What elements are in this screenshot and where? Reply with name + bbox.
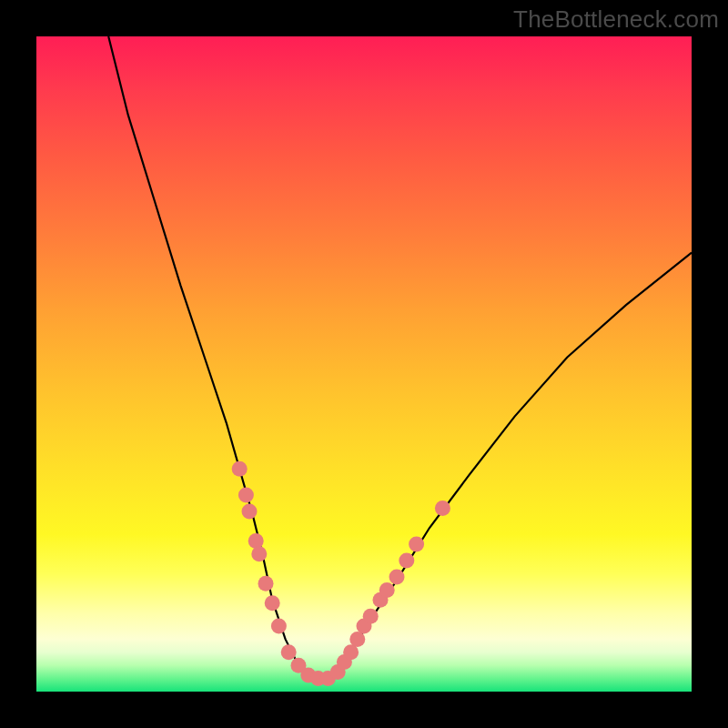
watermark-text: TheBottleneck.com bbox=[513, 5, 719, 34]
data-markers bbox=[232, 461, 450, 686]
data-marker bbox=[271, 619, 287, 634]
data-marker bbox=[399, 553, 414, 569]
data-marker bbox=[409, 537, 424, 552]
data-marker bbox=[363, 609, 379, 624]
data-marker bbox=[435, 500, 450, 516]
data-marker bbox=[248, 533, 264, 549]
data-marker bbox=[238, 488, 254, 503]
data-marker bbox=[258, 576, 274, 592]
data-marker bbox=[265, 595, 280, 611]
data-marker bbox=[343, 644, 359, 660]
chart-frame: TheBottleneck.com bbox=[0, 0, 728, 728]
data-marker bbox=[281, 644, 297, 660]
plot-area bbox=[36, 36, 692, 692]
chart-svg bbox=[36, 36, 692, 692]
data-marker bbox=[389, 570, 405, 585]
data-marker bbox=[232, 461, 248, 477]
data-marker bbox=[242, 504, 258, 520]
data-marker bbox=[349, 632, 365, 647]
data-marker bbox=[379, 582, 395, 598]
data-marker bbox=[251, 546, 267, 561]
